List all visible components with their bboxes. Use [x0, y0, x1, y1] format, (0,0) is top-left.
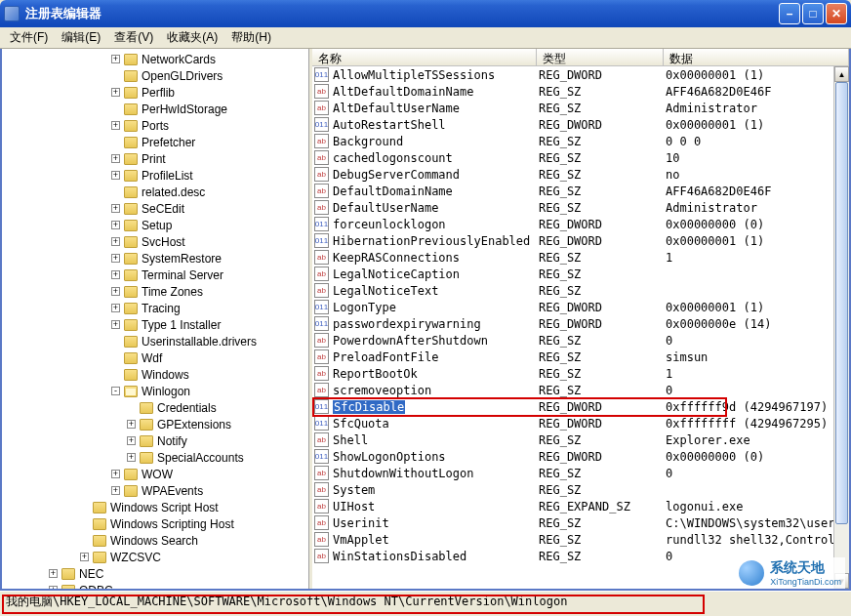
tree-label[interactable]: Winlogon: [142, 385, 190, 398]
tree-label[interactable]: WPAEvents: [142, 484, 203, 498]
tree-item[interactable]: Userinstallable.drivers: [2, 333, 308, 349]
list-row[interactable]: 011LogonTypeREG_DWORD0x00000001 (1): [312, 299, 849, 315]
list-row[interactable]: abDefaultUserNameREG_SZAdministrator: [312, 199, 849, 216]
menu-favorites[interactable]: 收藏夹(A): [161, 27, 223, 48]
tree-item[interactable]: Windows Search: [2, 532, 308, 549]
vertical-scrollbar[interactable]: ▲ ▼: [833, 66, 849, 589]
tree-label[interactable]: NEC: [79, 567, 103, 581]
list-row[interactable]: 011HibernationPreviouslyEnabledREG_DWORD…: [312, 232, 849, 249]
menu-file[interactable]: 文件(F): [4, 27, 54, 48]
tree-item[interactable]: Wdf: [2, 349, 308, 366]
column-data[interactable]: 数据: [664, 49, 849, 65]
tree-label[interactable]: PerHwIdStorage: [142, 103, 227, 116]
tree-label[interactable]: Print: [142, 152, 166, 166]
menu-edit[interactable]: 编辑(E): [56, 27, 106, 48]
list-row[interactable]: abShellREG_SZExplorer.exe: [312, 431, 849, 448]
expand-icon[interactable]: +: [111, 486, 120, 495]
tree-item[interactable]: Windows Scripting Host: [2, 515, 308, 532]
list-row[interactable]: abDefaultDomainNameREG_SZAFF46A682D0E46F: [312, 183, 849, 199]
tree-item[interactable]: OpenGLDrivers: [2, 67, 308, 84]
list-row[interactable]: abLegalNoticeCaptionREG_SZ: [312, 266, 849, 282]
expand-icon[interactable]: +: [111, 221, 120, 229]
tree-item[interactable]: +SpecialAccounts: [2, 449, 308, 466]
tree-item[interactable]: Credentials: [2, 399, 308, 416]
tree-item[interactable]: +WZCSVC: [2, 549, 308, 565]
tree-label[interactable]: Windows: [142, 368, 189, 382]
expand-icon[interactable]: +: [111, 55, 120, 63]
menu-view[interactable]: 查看(V): [108, 27, 159, 48]
tree-item[interactable]: +Notify: [2, 432, 308, 449]
list-row[interactable]: 011AutoRestartShellREG_DWORD0x00000001 (…: [312, 116, 849, 133]
tree-label[interactable]: Windows Scripting Host: [110, 517, 234, 531]
list-row[interactable]: 011AllowMultipleTSSessionsREG_DWORD0x000…: [312, 66, 849, 83]
expand-icon[interactable]: +: [111, 254, 120, 263]
tree-label[interactable]: WZCSVC: [110, 551, 161, 564]
scroll-track[interactable]: [834, 82, 849, 573]
tree-item[interactable]: Windows: [2, 366, 308, 383]
tree-label[interactable]: Userinstallable.drivers: [142, 335, 257, 349]
tree-item[interactable]: PerHwIdStorage: [2, 101, 308, 117]
list-row[interactable]: abLegalNoticeTextREG_SZ: [312, 282, 849, 299]
tree-label[interactable]: Credentials: [157, 401, 217, 415]
tree-label[interactable]: Windows Script Host: [110, 501, 219, 514]
tree-item[interactable]: -Winlogon: [2, 383, 308, 399]
list-row[interactable]: abBackgroundREG_SZ0 0 0: [312, 133, 849, 149]
tree-item[interactable]: +WOW: [2, 466, 308, 482]
list-row[interactable]: 011SfcQuotaREG_DWORD0xffffffff (42949672…: [312, 415, 849, 431]
list-row[interactable]: abAltDefaultUserNameREG_SZAdministrator: [312, 100, 849, 116]
tree-label[interactable]: ODBC: [79, 584, 113, 590]
expand-icon[interactable]: +: [127, 420, 136, 429]
list-row[interactable]: abUIHostREG_EXPAND_SZlogonui.exe: [312, 498, 849, 514]
tree-label[interactable]: Setup: [142, 219, 172, 232]
expand-icon[interactable]: +: [111, 470, 120, 478]
tree-label[interactable]: Ports: [142, 119, 169, 133]
expand-icon[interactable]: +: [111, 304, 120, 312]
close-button[interactable]: ✕: [826, 3, 847, 24]
tree-item[interactable]: +Setup: [2, 217, 308, 233]
column-name[interactable]: 名称: [312, 49, 537, 65]
tree-label[interactable]: SystemRestore: [142, 252, 222, 266]
tree-label[interactable]: OpenGLDrivers: [142, 69, 223, 83]
expand-icon[interactable]: +: [111, 154, 120, 163]
tree-item[interactable]: +Print: [2, 150, 308, 167]
tree-label[interactable]: Notify: [157, 434, 187, 448]
list-row[interactable]: abPowerdownAfterShutdownREG_SZ0: [312, 332, 849, 349]
expand-icon[interactable]: +: [111, 320, 120, 329]
list-row[interactable]: abscremoveoptionREG_SZ0: [312, 382, 849, 398]
tree-item[interactable]: +NetworkCards: [2, 51, 308, 67]
scroll-up-button[interactable]: ▲: [834, 66, 849, 82]
tree-label[interactable]: SvcHost: [142, 235, 185, 249]
tree-item[interactable]: +Time Zones: [2, 283, 308, 300]
tree-item[interactable]: Prefetcher: [2, 134, 308, 150]
expand-icon[interactable]: +: [111, 287, 120, 296]
tree-item[interactable]: +Type 1 Installer: [2, 316, 308, 333]
expand-icon[interactable]: +: [111, 121, 120, 130]
tree-label[interactable]: related.desc: [142, 185, 205, 199]
list-row[interactable]: abDebugServerCommandREG_SZno: [312, 166, 849, 183]
tree-label[interactable]: SeCEdit: [142, 202, 184, 216]
tree-label[interactable]: Tracing: [142, 302, 181, 315]
tree-label[interactable]: WOW: [142, 468, 173, 481]
tree-item[interactable]: +Ports: [2, 117, 308, 134]
tree-item[interactable]: +SeCEdit: [2, 200, 308, 217]
list-row[interactable]: abReportBootOkREG_SZ1: [312, 365, 849, 382]
list-row[interactable]: 011passwordexpirywarningREG_DWORD0x00000…: [312, 315, 849, 332]
list-row[interactable]: abUserinitREG_SZC:\WINDOWS\system32\user…: [312, 514, 849, 531]
tree-item[interactable]: +Terminal Server: [2, 267, 308, 283]
tree-label[interactable]: NetworkCards: [142, 53, 216, 66]
list-row[interactable]: 011SfcDisableREG_DWORD0xffffff9d (429496…: [312, 398, 849, 415]
expand-icon[interactable]: +: [111, 270, 120, 279]
list-row[interactable]: abVmAppletREG_SZrundll32 shell32,Control…: [312, 531, 849, 548]
tree-label[interactable]: Perflib: [142, 86, 175, 100]
expand-icon[interactable]: +: [49, 586, 58, 589]
tree-item[interactable]: +Perflib: [2, 84, 308, 101]
tree-label[interactable]: ProfileList: [142, 169, 193, 183]
list-row[interactable]: abKeepRASConnectionsREG_SZ1: [312, 249, 849, 266]
minimize-button[interactable]: –: [779, 3, 800, 24]
expand-icon[interactable]: +: [127, 453, 136, 462]
tree-label[interactable]: Time Zones: [142, 285, 203, 299]
tree-item[interactable]: +SvcHost: [2, 233, 308, 250]
list-row[interactable]: abSystemREG_SZ: [312, 481, 849, 498]
tree-label[interactable]: GPExtensions: [157, 418, 231, 431]
expand-icon[interactable]: +: [80, 553, 89, 561]
